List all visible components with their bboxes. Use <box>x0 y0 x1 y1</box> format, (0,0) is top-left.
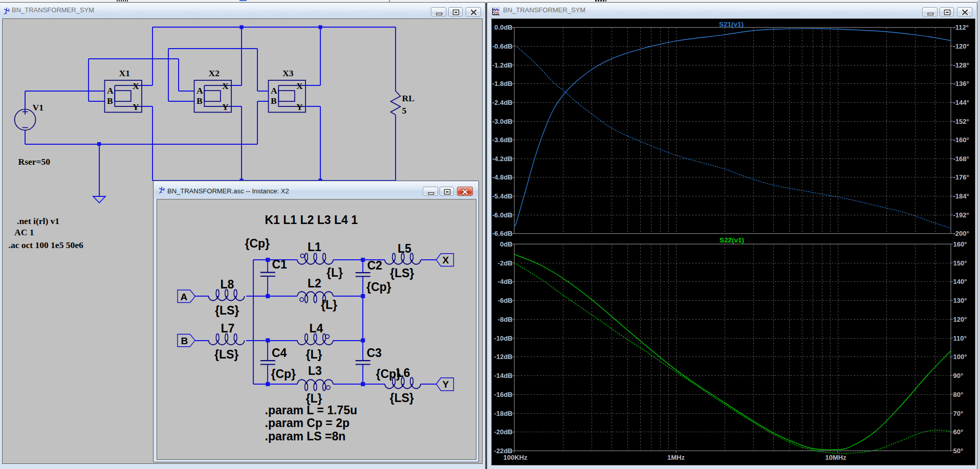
svg-text:B: B <box>197 96 203 106</box>
svg-text:110°: 110° <box>953 334 967 342</box>
svg-text:.param Cp = 2p: .param Cp = 2p <box>265 416 350 430</box>
svg-text:-200°: -200° <box>953 230 969 237</box>
svg-text:A: A <box>107 85 114 96</box>
svg-text:-10dB: -10dB <box>494 334 512 342</box>
svg-text:-3.0dB: -3.0dB <box>492 118 513 125</box>
svg-text:140°: 140° <box>953 278 967 285</box>
svg-text:-112°: -112° <box>953 24 969 31</box>
svg-text:-6dB: -6dB <box>498 297 513 304</box>
svg-text:80°: 80° <box>953 391 964 398</box>
svg-text:V1: V1 <box>33 102 43 113</box>
svg-text:{L}: {L} <box>321 298 337 311</box>
svg-text:Y: Y <box>296 102 303 112</box>
svg-text:-5.4dB: -5.4dB <box>492 192 513 200</box>
svg-text:S21(v1): S21(v1) <box>719 20 744 28</box>
svg-text:X: X <box>222 81 229 91</box>
svg-text:-176°: -176° <box>953 173 969 181</box>
svg-text:-144°: -144° <box>953 99 969 106</box>
svg-text:L2: L2 <box>308 277 321 290</box>
svg-text:-3.6dB: -3.6dB <box>492 136 513 144</box>
svg-text:C4: C4 <box>272 346 287 360</box>
svg-text:L1: L1 <box>308 240 321 254</box>
svg-text:-152°: -152° <box>953 118 969 125</box>
svg-text:Y: Y <box>222 102 229 112</box>
svg-text:A: A <box>271 85 277 96</box>
svg-text:Rser=50: Rser=50 <box>18 157 51 167</box>
svg-text:70°: 70° <box>953 410 964 417</box>
svg-text:-136°: -136° <box>953 80 969 87</box>
svg-text:-128°: -128° <box>953 61 969 69</box>
svg-text:120°: 120° <box>953 316 967 323</box>
svg-text:-120°: -120° <box>953 42 969 50</box>
svg-text:-8dB: -8dB <box>498 316 513 323</box>
svg-text:A: A <box>181 292 188 302</box>
svg-text:150°: 150° <box>953 259 967 267</box>
svg-text:0.0dB: 0.0dB <box>494 24 512 31</box>
svg-text:L6: L6 <box>397 366 410 379</box>
svg-text:S22(v1): S22(v1) <box>720 236 744 244</box>
svg-text:-2dB: -2dB <box>498 259 513 267</box>
svg-text:X: X <box>443 255 449 265</box>
svg-text:10MHz: 10MHz <box>825 454 846 461</box>
svg-text:C2: C2 <box>367 259 382 272</box>
svg-text:-2.4dB: -2.4dB <box>492 99 513 106</box>
svg-text:-0.6dB: -0.6dB <box>492 42 513 50</box>
svg-text:.param L = 1.75u: .param L = 1.75u <box>265 404 357 417</box>
svg-text:Y: Y <box>133 102 139 112</box>
svg-text:60°: 60° <box>953 428 964 436</box>
svg-text:.ac oct 100 1e5 50e6: .ac oct 100 1e5 50e6 <box>9 240 84 250</box>
svg-text:-1.2dB: -1.2dB <box>492 61 513 69</box>
svg-text:{Cp}: {Cp} <box>271 367 296 381</box>
svg-text:X: X <box>296 81 303 91</box>
svg-text:C1: C1 <box>272 258 288 271</box>
svg-text:130°: 130° <box>953 297 967 304</box>
svg-text:A: A <box>197 85 203 96</box>
svg-text:K1 L1 L2 L3 L4 1: K1 L1 L2 L3 L4 1 <box>265 213 358 227</box>
svg-text:50°: 50° <box>953 447 964 455</box>
svg-text:100KHz: 100KHz <box>504 454 528 461</box>
svg-text:RL: RL <box>402 93 415 103</box>
svg-text:X1: X1 <box>119 68 130 78</box>
svg-text:-4.8dB: -4.8dB <box>492 173 513 181</box>
svg-text:1MHz: 1MHz <box>667 454 685 461</box>
svg-text:{LS}: {LS} <box>390 266 414 280</box>
svg-text:-12dB: -12dB <box>494 353 512 361</box>
svg-text:B: B <box>271 96 277 106</box>
svg-text:AC 1: AC 1 <box>14 227 34 237</box>
svg-text:-18dB: -18dB <box>494 410 512 417</box>
svg-text:{L}: {L} <box>326 266 343 279</box>
svg-text:-6.6dB: -6.6dB <box>492 230 513 237</box>
svg-text:{L}: {L} <box>306 348 322 361</box>
svg-text:-16dB: -16dB <box>494 391 512 398</box>
svg-text:5: 5 <box>402 105 407 116</box>
svg-text:160°: 160° <box>953 240 967 248</box>
svg-text:{LS}: {LS} <box>215 304 239 317</box>
svg-text:X: X <box>133 81 139 91</box>
svg-text:Y: Y <box>443 379 449 390</box>
svg-text:L5: L5 <box>398 242 411 255</box>
svg-text:-184°: -184° <box>953 192 969 200</box>
svg-text:B: B <box>107 96 113 106</box>
svg-text:-160°: -160° <box>953 136 969 144</box>
svg-text:C3: C3 <box>367 346 382 360</box>
svg-text:{LS}: {LS} <box>214 348 238 361</box>
svg-text:L4: L4 <box>310 322 323 335</box>
svg-text:X2: X2 <box>209 68 220 78</box>
svg-text:-168°: -168° <box>953 155 969 163</box>
svg-text:B: B <box>181 336 188 346</box>
svg-text:-6.0dB: -6.0dB <box>492 211 513 219</box>
svg-text:L3: L3 <box>308 364 322 377</box>
svg-text:0dB: 0dB <box>500 240 513 248</box>
svg-text:X3: X3 <box>282 68 294 78</box>
svg-text:100°: 100° <box>953 353 967 361</box>
svg-text:.param LS =8n: .param LS =8n <box>265 430 346 443</box>
svg-text:L8: L8 <box>221 278 234 291</box>
svg-text:{LS}: {LS} <box>390 391 414 405</box>
svg-text:-1.8dB: -1.8dB <box>492 80 513 87</box>
svg-text:{Cp}: {Cp} <box>366 280 391 294</box>
svg-text:90°: 90° <box>953 372 964 379</box>
svg-text:-4.2dB: -4.2dB <box>492 155 513 163</box>
svg-text:L7: L7 <box>221 322 235 335</box>
svg-text:{Cp}: {Cp} <box>245 237 270 250</box>
svg-text:-20dB: -20dB <box>494 428 512 436</box>
